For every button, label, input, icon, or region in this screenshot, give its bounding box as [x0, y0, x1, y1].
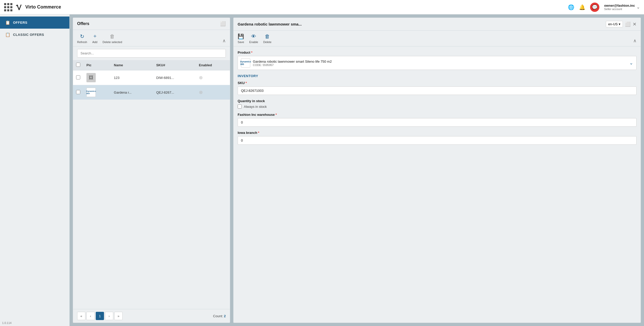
detail-panel-title: Gardena robotic lawnmower sma... [238, 22, 302, 26]
sidebar-item-classic-offers[interactable]: 📋 CLASSIC OFFERS [0, 29, 69, 41]
row1-enabled-status-icon: ⊗ [199, 75, 203, 80]
sidebar-item-offers[interactable]: 📋 OFFERS [0, 17, 69, 29]
product-label: Product * [238, 51, 637, 54]
row2-enabled-status-icon: ⊗ [199, 90, 203, 95]
offers-icon: 📋 [5, 20, 11, 25]
first-page-button[interactable]: « [77, 312, 85, 320]
select-all-checkbox[interactable] [76, 63, 80, 67]
product-code: CODE: 5595957 [253, 63, 627, 67]
inventory-section-title: INVENTORY [238, 74, 637, 78]
offers-panel-title: Offers [77, 21, 89, 26]
row2-pic-logo: Dynamics 365 [86, 88, 96, 97]
globe-icon[interactable]: 🌐 [568, 4, 574, 10]
product-selector[interactable]: Dynamics365 Gardena robotic lawnmower sm… [238, 56, 637, 70]
select-all-header [73, 60, 83, 70]
row1-checkbox-cell [73, 70, 83, 85]
refresh-button[interactable]: ↻ Refresh [77, 33, 87, 44]
sidebar-item-classic-offers-label: CLASSIC OFFERS [13, 33, 44, 37]
delete-label: Delete selected [103, 40, 122, 44]
next-page-button[interactable]: › [105, 312, 113, 320]
row2-sku: QEJ-8267... [156, 91, 174, 94]
detail-delete-label: Delete [263, 40, 271, 44]
classic-offers-icon: 📋 [5, 32, 11, 37]
enable-label: Enable [249, 40, 258, 44]
sku-input[interactable] [238, 86, 637, 95]
always-in-stock-label[interactable]: Always in stock [244, 105, 267, 109]
add-button[interactable]: ＋ Add [92, 32, 98, 44]
qty-in-stock-group: Quantity in stock Always in stock [238, 99, 637, 109]
current-page-button[interactable]: 1 [96, 312, 104, 320]
sku-field-group: SKU * [238, 81, 637, 95]
iowa-branch-field-group: Iowa branch * [238, 131, 637, 145]
detail-minimize-icon[interactable]: ⬜ [625, 21, 631, 27]
search-bar [73, 46, 230, 60]
detail-panel: Gardena robotic lawnmower sma... en-US ▾… [233, 18, 641, 323]
virto-logo-icon [15, 3, 23, 11]
user-chevron-icon: ⌄ [637, 5, 640, 10]
user-menu[interactable]: owner@fashion.inc Seller account ⌄ [604, 4, 640, 11]
detail-form: Product * Dynamics365 Gardena robotic la… [234, 46, 641, 323]
search-input[interactable] [77, 49, 226, 58]
warehouse-input[interactable] [238, 118, 637, 127]
user-name: owner@fashion.inc [604, 4, 635, 7]
language-selector[interactable]: en-US ▾ [606, 21, 623, 27]
language-value: en-US [608, 22, 618, 26]
warehouse-field-group: Fashion Inc warehouse * [238, 113, 637, 127]
row2-checkbox[interactable] [76, 90, 80, 94]
row1-sku-cell: DIW-6891... [153, 70, 196, 85]
offers-table-wrap: Pic Name SKU# Enabled 🖼 [73, 60, 230, 309]
chat-icon[interactable]: 💬 [590, 3, 599, 12]
last-page-button[interactable]: » [114, 312, 123, 320]
offers-toolbar: ↻ Refresh ＋ Add 🗑 Delete selected ∧ [73, 30, 230, 46]
product-logo: Dynamics365 [241, 58, 250, 68]
offers-panel-header: Offers ⬜ [73, 18, 230, 30]
table-row[interactable]: Dynamics 365 Gardena r... QEJ-8267... ⊗ [73, 85, 230, 100]
bell-icon[interactable]: 🔔 [579, 4, 585, 10]
warehouse-label: Fashion Inc warehouse * [238, 113, 637, 117]
product-code-label: CODE: [253, 63, 262, 67]
sku-label: SKU * [238, 81, 637, 85]
detail-toolbar-collapse-icon[interactable]: ∧ [633, 38, 637, 44]
table-row[interactable]: 🖼 123 DIW-6891... ⊗ [73, 70, 230, 85]
count-value: 2 [224, 314, 226, 318]
add-label: Add [92, 40, 98, 44]
save-label: Save [238, 40, 244, 44]
row2-sku-cell: QEJ-8267... [153, 85, 196, 100]
refresh-icon: ↻ [80, 33, 84, 39]
enabled-header: Enabled [196, 60, 230, 70]
detail-delete-icon: 🗑 [265, 34, 270, 39]
iowa-branch-input[interactable] [238, 136, 637, 145]
detail-close-icon[interactable]: ✕ [633, 21, 637, 27]
always-in-stock-checkbox[interactable] [238, 104, 242, 109]
app-logo: Virto Commerce [15, 3, 61, 11]
detail-panel-header: Gardena robotic lawnmower sma... en-US ▾… [234, 18, 641, 31]
row2-name-cell: Gardena r... [111, 85, 153, 100]
offers-panel: Offers ⬜ ↻ Refresh ＋ Add 🗑 Delete select… [73, 18, 230, 323]
sku-required-indicator: * [245, 81, 247, 85]
product-name: Gardena robotic lawnmower smart Sileno l… [253, 60, 627, 63]
row1-pic-placeholder: 🖼 [86, 73, 96, 82]
app-grid-menu[interactable] [4, 3, 12, 11]
row1-checkbox[interactable] [76, 75, 80, 79]
prev-page-button[interactable]: ‹ [86, 312, 95, 320]
toolbar-collapse-icon[interactable]: ∧ [222, 38, 226, 44]
enable-icon: 👁 [251, 34, 256, 39]
detail-header-right: en-US ▾ ⬜ ✕ [606, 21, 637, 27]
sidebar: 📋 OFFERS 📋 CLASSIC OFFERS [0, 14, 70, 326]
offers-panel-minimize-icon[interactable]: ⬜ [220, 21, 226, 27]
qty-in-stock-label: Quantity in stock [238, 99, 637, 103]
detail-toolbar: 💾 Save 👁 Enable 🗑 Delete ∧ [234, 31, 641, 46]
save-button[interactable]: 💾 Save [238, 33, 244, 44]
delete-button[interactable]: 🗑 Delete [263, 34, 271, 44]
add-icon: ＋ [92, 32, 98, 39]
sku-header: SKU# [153, 60, 196, 70]
version-text: 1.0.114 [2, 321, 12, 324]
product-field-group: Product * Dynamics365 Gardena robotic la… [238, 51, 637, 70]
iowa-branch-required-indicator: * [258, 131, 259, 135]
product-selector-chevron-icon: ⌄ [629, 60, 633, 66]
delete-selected-button[interactable]: 🗑 Delete selected [103, 34, 122, 44]
table-header-row: Pic Name SKU# Enabled [73, 60, 230, 70]
enable-button[interactable]: 👁 Enable [249, 34, 258, 44]
row2-checkbox-cell [73, 85, 83, 100]
always-in-stock-row: Always in stock [238, 104, 637, 109]
